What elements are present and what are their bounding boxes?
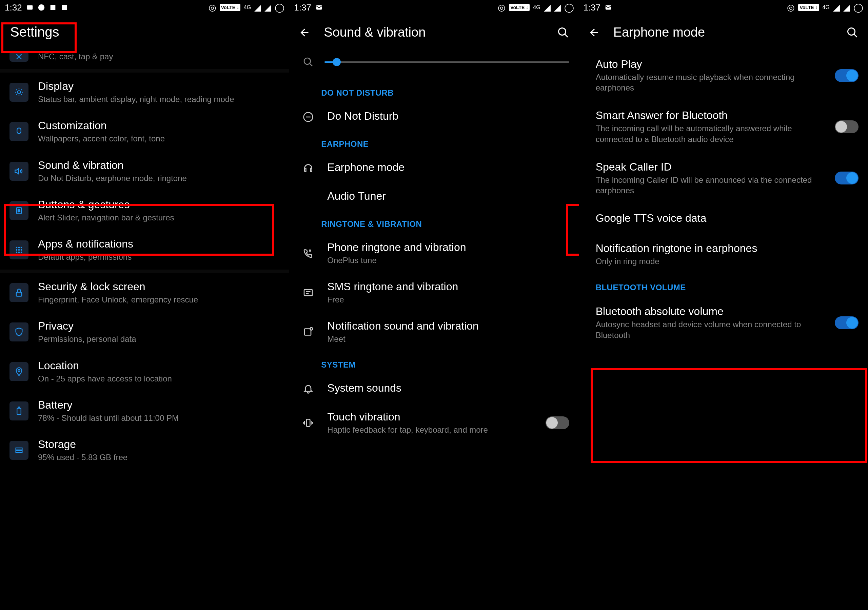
status-bar: 1:37 ◎ VoLTE ↕ 4G ◢ ◢ ◯ bbox=[579, 0, 868, 15]
item-subtitle: Meet bbox=[327, 334, 569, 344]
settings-item-storage[interactable]: Storage 95% used - 5.83 GB free bbox=[0, 431, 289, 470]
settings-item-apps[interactable]: Apps & notifications Default apps, permi… bbox=[0, 230, 289, 270]
item-title: Location bbox=[38, 359, 280, 372]
svg-point-28 bbox=[310, 328, 313, 330]
header: Earphone mode bbox=[579, 15, 868, 50]
item-subtitle: Alert Slider, navigation bar & gestures bbox=[38, 212, 280, 223]
search-button[interactable] bbox=[557, 26, 569, 39]
item-title: Phone ringtone and vibration bbox=[327, 241, 569, 254]
auto-play-toggle[interactable] bbox=[835, 69, 859, 82]
item-touch-vibration[interactable]: Touch vibration Haptic feedback for tap,… bbox=[289, 403, 578, 442]
item-subtitle: Default apps, permissions bbox=[38, 251, 280, 262]
settings-item-security[interactable]: Security & lock screen Fingerprint, Face… bbox=[0, 273, 289, 312]
item-google-tts[interactable]: Google TTS voice data bbox=[579, 204, 868, 234]
svg-rect-20 bbox=[16, 448, 22, 450]
volte-badge: VoLTE ↕ bbox=[509, 4, 530, 11]
loading-icon: ◯ bbox=[853, 2, 863, 13]
search-button[interactable] bbox=[846, 26, 859, 39]
item-auto-play[interactable]: Auto Play Automatically resume music pla… bbox=[579, 50, 868, 101]
svg-point-11 bbox=[18, 249, 20, 251]
svg-point-4 bbox=[17, 91, 20, 94]
notification-icon bbox=[299, 326, 318, 337]
header: Sound & vibration bbox=[289, 15, 578, 50]
item-subtitle: NFC, cast, tap & pay bbox=[38, 51, 280, 62]
item-title: Security & lock screen bbox=[38, 280, 280, 293]
back-button[interactable] bbox=[588, 26, 600, 39]
square-icon bbox=[49, 4, 57, 11]
item-subtitle: 78% - Should last until about 11:00 PM bbox=[38, 413, 280, 423]
settings-item-display[interactable]: Display Status bar, ambient display, nig… bbox=[0, 73, 289, 112]
item-title: Audio Tuner bbox=[327, 190, 569, 202]
section-earphone: EARPHONE bbox=[289, 131, 578, 154]
item-subtitle: On - 25 apps have access to location bbox=[38, 373, 280, 384]
svg-point-15 bbox=[21, 251, 22, 253]
item-title: Apps & notifications bbox=[38, 238, 280, 250]
item-earphone-mode[interactable]: Earphone mode bbox=[289, 154, 578, 182]
display-icon bbox=[9, 83, 28, 102]
apps-icon bbox=[9, 241, 28, 259]
settings-item-privacy[interactable]: Privacy Permissions, personal data bbox=[0, 312, 289, 352]
item-subtitle: Free bbox=[327, 294, 569, 305]
settings-item-battery[interactable]: Battery 78% - Should last until about 11… bbox=[0, 391, 289, 431]
item-title: Smart Answer for Bluetooth bbox=[596, 109, 817, 122]
mail-icon bbox=[315, 4, 323, 11]
earphone-mode-screen: 1:37 ◎ VoLTE ↕ 4G ◢ ◢ ◯ Earphone mode Au… bbox=[579, 0, 868, 610]
item-subtitle: The incoming Caller ID will be announced… bbox=[596, 175, 817, 196]
sound-vibration-screen: 1:37 ◎ VoLTE ↕ 4G ◢ ◢ ◯ Sound & vibratio… bbox=[289, 0, 578, 610]
battery-icon bbox=[9, 402, 28, 421]
sound-icon bbox=[9, 162, 28, 181]
item-notif-ringtone[interactable]: Notification ringtone in earphones Only … bbox=[579, 234, 868, 275]
item-title: Display bbox=[38, 80, 280, 93]
back-button[interactable] bbox=[299, 26, 311, 39]
loading-icon: ◯ bbox=[274, 2, 284, 13]
svg-rect-18 bbox=[17, 408, 21, 415]
search-volume-icon bbox=[299, 57, 318, 67]
item-dnd[interactable]: Do Not Disturb bbox=[289, 102, 578, 131]
lock-icon bbox=[9, 283, 28, 302]
status-bar: 1:37 ◎ VoLTE ↕ 4G ◢ ◢ ◯ bbox=[289, 0, 578, 15]
section-dnd: DO NOT DISTURB bbox=[289, 80, 578, 102]
item-title: Customization bbox=[38, 120, 280, 132]
settings-item-buttons[interactable]: B Buttons & gestures Alert Slider, navig… bbox=[0, 191, 289, 230]
settings-item-location[interactable]: Location On - 25 apps have access to loc… bbox=[0, 352, 289, 391]
status-time: 1:37 bbox=[584, 2, 601, 13]
bt-absolute-volume-toggle[interactable] bbox=[835, 317, 859, 329]
item-speak-caller[interactable]: Speak Caller ID The incoming Caller ID w… bbox=[579, 152, 868, 204]
message-icon bbox=[26, 4, 34, 11]
storage-icon bbox=[9, 441, 28, 460]
smart-answer-toggle[interactable] bbox=[835, 120, 859, 133]
svg-point-8 bbox=[18, 247, 20, 248]
settings-item-customization[interactable]: Customization Wallpapers, accent color, … bbox=[0, 112, 289, 151]
item-phone-ringtone[interactable]: Phone ringtone and vibration OnePlus tun… bbox=[289, 234, 578, 273]
touch-vibration-toggle[interactable] bbox=[546, 416, 569, 429]
settings-item-connected[interactable]: NFC, cast, tap & pay bbox=[0, 49, 289, 69]
buttons-icon: B bbox=[9, 201, 28, 220]
item-smart-answer[interactable]: Smart Answer for Bluetooth The incoming … bbox=[579, 101, 868, 152]
item-title: Storage bbox=[38, 438, 280, 451]
phone-icon bbox=[299, 248, 318, 259]
item-subtitle: Do Not Disturb, earphone mode, ringtone bbox=[38, 173, 280, 183]
volume-slider-row bbox=[289, 50, 578, 74]
item-bt-absolute-volume[interactable]: Bluetooth absolute volume Autosync heads… bbox=[579, 297, 868, 348]
signal-icon-2: ◢ bbox=[554, 2, 561, 13]
volume-slider[interactable] bbox=[324, 61, 569, 63]
speak-caller-toggle[interactable] bbox=[835, 172, 859, 185]
svg-rect-16 bbox=[16, 292, 22, 296]
item-subtitle: OnePlus tune bbox=[327, 255, 569, 265]
svg-point-1 bbox=[38, 5, 44, 11]
svg-point-7 bbox=[16, 247, 18, 248]
item-subtitle: Only in ring mode bbox=[596, 256, 855, 267]
section-ringtone: RINGTONE & VIBRATION bbox=[289, 211, 578, 234]
item-sms-ringtone[interactable]: SMS ringtone and vibration Free bbox=[289, 273, 578, 312]
svg-rect-0 bbox=[27, 5, 33, 10]
svg-point-10 bbox=[16, 249, 18, 251]
item-notif-sound[interactable]: Notification sound and vibration Meet bbox=[289, 312, 578, 352]
item-audio-tuner[interactable]: Audio Tuner bbox=[289, 182, 578, 211]
settings-item-sound[interactable]: Sound & vibration Do Not Disturb, earpho… bbox=[0, 152, 289, 191]
item-title: Do Not Disturb bbox=[327, 110, 569, 123]
item-system-sounds[interactable]: System sounds bbox=[289, 374, 578, 403]
section-bluetooth: BLUETOOTH VOLUME bbox=[579, 275, 868, 297]
svg-rect-2 bbox=[50, 5, 55, 10]
signal-icon: ◢ bbox=[254, 2, 261, 13]
item-title: Privacy bbox=[38, 320, 280, 332]
